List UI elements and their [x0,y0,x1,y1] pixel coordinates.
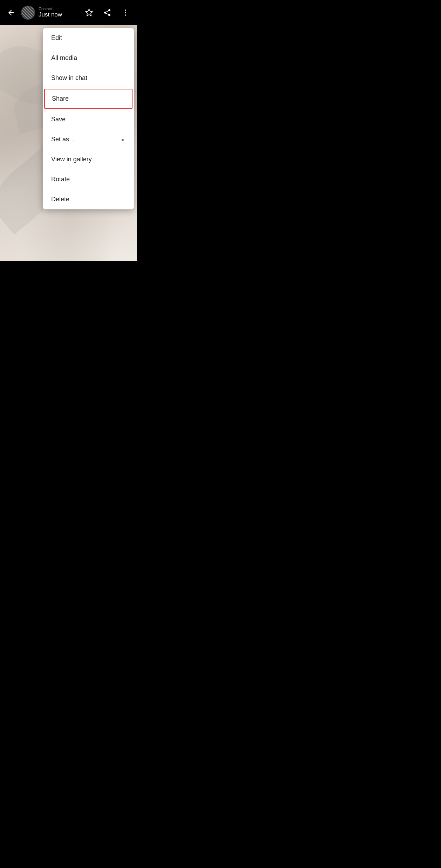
context-menu: Edit All media Show in chat Share Save S… [43,28,134,209]
bottom-bar [0,261,137,296]
menu-item-show-in-chat-label: Show in chat [51,74,87,82]
menu-item-rotate-label: Rotate [51,176,70,183]
contact-time: Just now [39,11,62,18]
menu-item-show-in-chat[interactable]: Show in chat [43,68,134,88]
menu-item-all-media[interactable]: All media [43,48,134,68]
menu-item-edit[interactable]: Edit [43,28,134,48]
svg-point-2 [125,14,126,16]
menu-item-all-media-label: All media [51,54,77,62]
contact-info: Contact Just now [21,6,81,20]
chevron-right-icon: ► [121,137,125,142]
contact-name-time: Contact Just now [39,7,62,19]
menu-item-delete[interactable]: Delete [43,189,134,209]
menu-item-set-as[interactable]: Set as… ► [43,129,134,149]
menu-item-share[interactable]: Share [44,89,133,109]
menu-item-save-label: Save [51,116,66,123]
contact-name: Contact [39,7,62,11]
top-bar: Contact Just now [0,0,137,25]
forward-button[interactable] [99,4,116,21]
avatar-image [22,6,34,19]
menu-item-view-in-gallery[interactable]: View in gallery [43,149,134,169]
menu-item-share-label: Share [52,95,69,102]
star-button[interactable] [81,4,97,21]
menu-item-edit-label: Edit [51,34,62,42]
menu-item-view-in-gallery-label: View in gallery [51,156,92,163]
svg-point-1 [125,12,126,13]
svg-point-0 [125,9,126,11]
top-icons [81,4,134,21]
avatar [21,6,35,20]
more-button[interactable] [117,4,134,21]
back-button[interactable] [3,4,20,21]
menu-item-save[interactable]: Save [43,109,134,129]
menu-item-rotate[interactable]: Rotate [43,169,134,189]
menu-item-delete-label: Delete [51,196,69,203]
menu-item-set-as-label: Set as… [51,136,75,143]
